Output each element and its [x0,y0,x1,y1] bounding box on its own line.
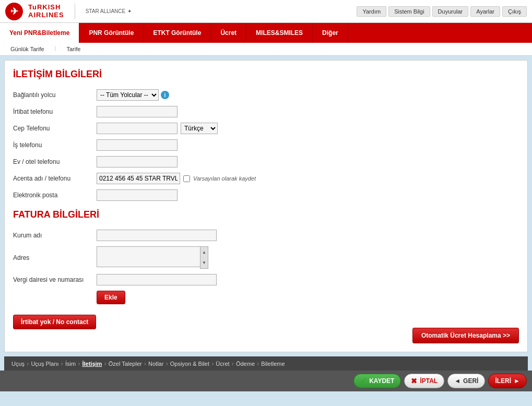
ileri-label: İLERİ [495,377,511,385]
input-ev-tel[interactable] [97,156,178,168]
header-divider [75,4,75,19]
breadcrumb-ucret[interactable]: Ücret [216,361,229,367]
no-contact-button[interactable]: İrtibat yok / No contact [13,315,96,329]
logo-turkish: TuRKISH [28,4,64,11]
fatura-section-title: FATURA BİLGİLERİ [13,209,519,222]
scroll-down-btn[interactable]: ▼ [200,258,208,269]
ileri-button[interactable]: İLERİ ► [488,374,527,388]
select-dil[interactable]: Türkçe English Deutsch [181,123,218,134]
input-is-tel[interactable] [97,139,178,151]
geri-button[interactable]: ◄ GERİ [447,374,485,388]
kaydet-button[interactable]: ✔ KAYDET [353,374,401,388]
breadcrumb-opsiyon-bilet[interactable]: Opsiyon & Bilet [170,361,209,367]
logo-airlines: AIRLINES [28,11,64,19]
breadcrumb-arrow-9: › [257,360,259,367]
iptal-button[interactable]: ✖ İPTAL [404,374,444,388]
ayarlar-button[interactable]: Ayarlar [470,6,500,17]
form-row-acenta: Acenta adı / telefonu Varsayılan olarak … [13,173,519,184]
left-arrow-icon: ◄ [454,377,460,385]
label-kurum: Kurum adı [13,232,97,239]
cep-tel-group: Türkçe English Deutsch [97,123,218,134]
breadcrumb-ozel-talepler[interactable]: Özel Talepler [109,361,142,367]
sistem-bilgi-button[interactable]: Sistem Bilgi [388,6,430,17]
tab-miles-smiles[interactable]: MILES&SMILES [246,23,313,43]
breadcrumb-arrow-2: › [61,360,63,367]
breadcrumb-arrow-1: › [27,360,29,367]
sub-nav: Günlük Tarife | Tarife [0,43,532,56]
checkbox-varsayilan[interactable] [183,175,190,182]
input-kurum[interactable] [97,230,217,241]
info-icon-yolcu[interactable]: i [161,91,169,99]
tab-diger[interactable]: Diğer [313,23,348,43]
label-vergi: Vergi dairesi ve numarası [13,276,97,283]
breadcrumb-arrow-5: › [144,360,146,367]
label-irtibat-tel: İrtibat telefonu [13,108,97,115]
iptal-label: İPTAL [420,377,438,385]
form-row-vergi: Vergi dairesi ve numarası [13,274,519,285]
form-row-ev-tel: Ev / otel telefonu [13,156,519,168]
action-bar: ✔ KAYDET ✖ İPTAL ◄ GERİ İLERİ ► [0,371,532,391]
breadcrumb-arrow-6: › [165,360,168,367]
scroll-up-btn[interactable]: ▲ [200,247,208,258]
breadcrumb-iletisim[interactable]: İletişim [82,361,102,367]
tab-etkt-goruntule[interactable]: ETKT Görüntüle [144,23,211,43]
kaydet-label: KAYDET [369,377,394,385]
tab-pnr-goruntule[interactable]: PNR Görüntüle [79,23,144,43]
select-baglantili-yolcu[interactable]: -- Tüm Yolcular -- [97,89,159,101]
input-irtibat-tel[interactable] [97,106,178,117]
right-arrow-icon: ► [514,377,520,385]
form-row-eposta: Elektronik posta [13,189,519,201]
form-row-baglantili-yolcu: Bağlantılı yolcu -- Tüm Yolcular -- i [13,89,519,101]
label-adres: Adres [13,254,97,261]
yardim-button[interactable]: Yardım [357,6,386,17]
breadcrumb-bar: Uçuş › Uçuş Planı › İsim › İletişim › Öz… [4,356,528,371]
tab-ucret[interactable]: Ücret [211,23,246,43]
star-alliance-label: STAR ALLIANCE [86,8,126,14]
label-acenta: Acenta adı / telefonu [13,175,97,182]
form-row-irtibat-tel: İrtibat telefonu [13,106,519,117]
breadcrumb-arrow-4: › [104,360,106,367]
auto-calc-button[interactable]: Otomatik Ücret Hesaplama >> [412,328,519,343]
breadcrumb-isim[interactable]: İsim [65,361,76,367]
label-ev-tel: Ev / otel telefonu [13,158,97,165]
logo-text: TuRKISH AIRLINES [28,4,64,19]
form-row-ekle: Ekle [13,291,519,304]
label-varsayilan: Varsayılan olarak kaydet [193,175,256,182]
geri-label: GERİ [463,377,478,385]
header-nav: Yardım Sistem Bilgi Duyurular Ayarlar Çı… [357,6,527,17]
tab-yeni-pnr[interactable]: Yeni PNR&Biletleme [0,23,79,43]
star-alliance: STAR ALLIANCE ✦ [86,8,132,14]
breadcrumb-notlar[interactable]: Notlar [148,361,163,367]
input-eposta[interactable] [97,189,178,201]
input-acenta[interactable] [97,173,180,184]
iletisim-section-title: İLETİŞİM BİLGİLERİ [13,69,519,82]
x-icon: ✖ [411,377,417,385]
sub-nav-gunluk-tarife[interactable]: Günlük Tarife [8,45,46,53]
input-cep-tel[interactable] [97,123,178,134]
breadcrumb-arrow-3: › [78,360,80,367]
breadcrumb-arrow-7: › [211,360,214,367]
check-icon: ✔ [360,377,367,385]
adres-wrapper: ▲ ▼ [97,246,208,269]
form-row-kurum: Kurum adı [13,230,519,241]
breadcrumb-ucus[interactable]: Uçuş [11,361,25,367]
label-is-tel: İş telefonu [13,141,97,149]
sub-nav-tarife[interactable]: Tarife [64,45,82,53]
star-alliance-icon: ✦ [127,8,132,14]
breadcrumb-biletleme[interactable]: Biletleme [261,361,285,367]
label-cep-tel: Cep Telefonu [13,125,97,132]
breadcrumb-odeme[interactable]: Ödeme [236,361,255,367]
textarea-adres[interactable] [97,246,208,267]
main-nav: Yeni PNR&Biletleme PNR Görüntüle ETKT Gö… [0,23,532,43]
form-row-cep-tel: Cep Telefonu Türkçe English Deutsch [13,123,519,134]
label-eposta: Elektronik posta [13,192,97,199]
header: ✈ TuRKISH AIRLINES STAR ALLIANCE ✦ Yardı… [0,0,532,23]
scroll-btns: ▲ ▼ [200,246,208,269]
ekle-button[interactable]: Ekle [97,291,125,304]
input-vergi[interactable] [97,274,217,285]
breadcrumb-ucus-plani[interactable]: Uçuş Planı [31,361,58,367]
form-row-is-tel: İş telefonu [13,139,519,151]
duyurular-button[interactable]: Duyurular [432,6,469,17]
breadcrumb-arrow-8: › [232,360,234,367]
cikis-button[interactable]: Çıkış [502,6,527,17]
